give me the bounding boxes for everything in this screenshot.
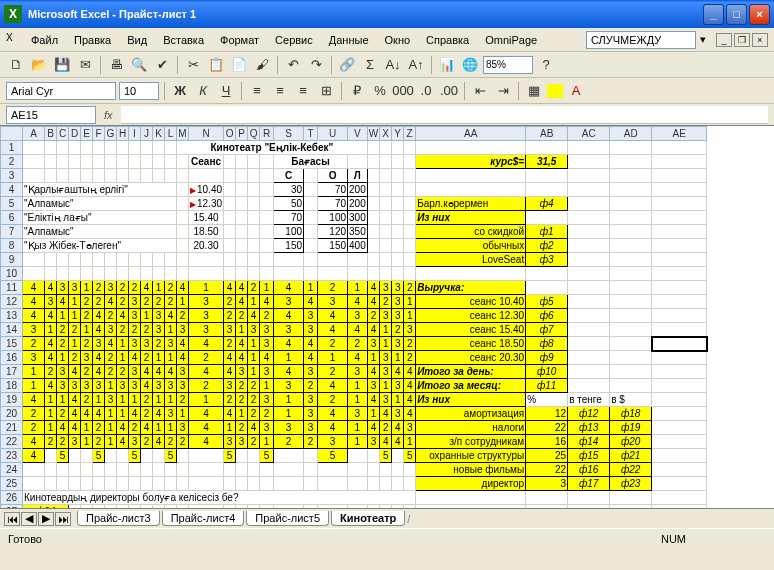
sum-icon[interactable]: Σ	[360, 55, 380, 75]
sort-asc-icon[interactable]: A↓	[383, 55, 403, 75]
sheet-tabs: ⏮ ◀ ▶ ⏭ Прайс-лист3 Прайс-лист4 Прайс-ли…	[0, 508, 774, 528]
tab-prev-icon[interactable]: ◀	[21, 512, 37, 526]
tab-first-icon[interactable]: ⏮	[4, 512, 20, 526]
formula-input[interactable]	[121, 106, 768, 124]
menu-data[interactable]: Данные	[322, 32, 376, 48]
app-icon: X	[6, 32, 22, 48]
menu-insert[interactable]: Вставка	[156, 32, 211, 48]
align-right-icon[interactable]: ≡	[293, 81, 313, 101]
align-left-icon[interactable]: ≡	[247, 81, 267, 101]
window-buttons: _ □ ×	[703, 4, 770, 25]
zoom-combo[interactable]	[483, 56, 533, 74]
underline-icon[interactable]: Ч	[216, 81, 236, 101]
name-box[interactable]	[586, 31, 696, 49]
menu-window[interactable]: Окно	[378, 32, 418, 48]
mail-icon[interactable]: ✉	[75, 55, 95, 75]
dec-dec-icon[interactable]: .00	[439, 81, 459, 101]
link-icon[interactable]: 🔗	[337, 55, 357, 75]
new-icon[interactable]: 🗋	[6, 55, 26, 75]
mdi-close[interactable]: ×	[752, 33, 768, 47]
tab-2[interactable]: Прайс-лист4	[162, 511, 245, 526]
undo-icon[interactable]: ↶	[283, 55, 303, 75]
fx-icon[interactable]: fx	[104, 109, 113, 121]
status-bar: Готово NUM	[0, 528, 774, 548]
tab-1[interactable]: Прайс-лист3	[77, 511, 160, 526]
comma-icon[interactable]: 000	[393, 81, 413, 101]
menubar: X Файл Правка Вид Вставка Формат Сервис …	[0, 28, 774, 52]
tab-last-icon[interactable]: ⏭	[55, 512, 71, 526]
borders-icon[interactable]: ▦	[524, 81, 544, 101]
status-text: Готово	[8, 533, 42, 545]
tab-4[interactable]: Кинотеатр	[331, 511, 405, 526]
titlebar: X Microsoft Excel - Прайст-лист 1 _ □ ×	[0, 0, 774, 28]
font-combo[interactable]: Arial Cyr	[6, 82, 116, 100]
maximize-button[interactable]: □	[726, 4, 747, 25]
align-center-icon[interactable]: ≡	[270, 81, 290, 101]
bold-icon[interactable]: Ж	[170, 81, 190, 101]
menu-view[interactable]: Вид	[120, 32, 154, 48]
fill-icon[interactable]	[547, 84, 563, 98]
formatting-toolbar: Arial Cyr 10 Ж К Ч ≡ ≡ ≡ ⊞ ₽ % 000 .0 .0…	[0, 78, 774, 104]
standard-toolbar: 🗋 📂 💾 ✉ 🖶 🔍 ✔ ✂ 📋 📄 🖌 ↶ ↷ 🔗 Σ A↓ A↑ 📊 🌐 …	[0, 52, 774, 78]
draw-icon[interactable]: 🌐	[460, 55, 480, 75]
preview-icon[interactable]: 🔍	[129, 55, 149, 75]
open-icon[interactable]: 📂	[29, 55, 49, 75]
chart-icon[interactable]: 📊	[437, 55, 457, 75]
menu-file[interactable]: Файл	[24, 32, 65, 48]
excel-icon: X	[4, 5, 22, 23]
help-icon[interactable]: ?	[536, 55, 556, 75]
indent-icon[interactable]: ⇤	[470, 81, 490, 101]
copy-icon[interactable]: 📋	[206, 55, 226, 75]
cell-reference[interactable]	[6, 106, 96, 124]
close-button[interactable]: ×	[749, 4, 770, 25]
save-icon[interactable]: 💾	[52, 55, 72, 75]
menu-omnipage[interactable]: OmniPage	[478, 32, 544, 48]
font-color-icon[interactable]: A	[566, 81, 586, 101]
menu-edit[interactable]: Правка	[67, 32, 118, 48]
menu-service[interactable]: Сервис	[268, 32, 320, 48]
window-title: Microsoft Excel - Прайст-лист 1	[28, 8, 703, 20]
menu-help[interactable]: Справка	[419, 32, 476, 48]
paste-icon[interactable]: 📄	[229, 55, 249, 75]
cut-icon[interactable]: ✂	[183, 55, 203, 75]
formula-bar: fx	[0, 104, 774, 126]
italic-icon[interactable]: К	[193, 81, 213, 101]
spell-icon[interactable]: ✔	[152, 55, 172, 75]
menu-format[interactable]: Формат	[213, 32, 266, 48]
spreadsheet[interactable]: ABCDEFGHIJKLMNOPQRSTUVWXYZAAABACADAE1Кин…	[0, 126, 774, 508]
mdi-restore[interactable]: ❐	[734, 33, 750, 47]
merge-icon[interactable]: ⊞	[316, 81, 336, 101]
outdent-icon[interactable]: ⇥	[493, 81, 513, 101]
brush-icon[interactable]: 🖌	[252, 55, 272, 75]
currency-icon[interactable]: ₽	[347, 81, 367, 101]
mdi-minimize[interactable]: _	[716, 33, 732, 47]
tab-next-icon[interactable]: ▶	[38, 512, 54, 526]
dropdown-icon[interactable]: ▾	[700, 33, 706, 46]
size-combo[interactable]: 10	[119, 82, 159, 100]
num-indicator: NUM	[661, 533, 686, 545]
redo-icon[interactable]: ↷	[306, 55, 326, 75]
minimize-button[interactable]: _	[703, 4, 724, 25]
print-icon[interactable]: 🖶	[106, 55, 126, 75]
sort-desc-icon[interactable]: A↑	[406, 55, 426, 75]
percent-icon[interactable]: %	[370, 81, 390, 101]
inc-dec-icon[interactable]: .0	[416, 81, 436, 101]
tab-3[interactable]: Прайс-лист5	[246, 511, 329, 526]
